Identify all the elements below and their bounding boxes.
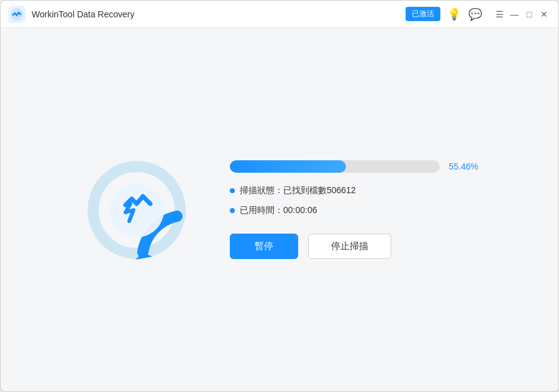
main-content: 55.46% 掃描狀態：已找到檔數506612 已用時間：00:00:06 暫停 (1, 28, 558, 391)
titlebar-actions: 已激活 💡 💬 ☰ — □ ✕ (406, 7, 551, 22)
app-title: WorkinTool Data Recovery (32, 9, 406, 19)
maximize-icon: □ (527, 9, 532, 19)
status-dot-2 (230, 208, 235, 213)
window-controls: ☰ — □ ✕ (493, 7, 551, 21)
maximize-button[interactable]: □ (522, 7, 536, 21)
svg-point-2 (109, 183, 164, 237)
menu-button[interactable]: ☰ (493, 7, 506, 21)
progress-section: 55.46% (230, 160, 478, 173)
scan-animation-icon (81, 154, 193, 266)
close-icon: ✕ (540, 9, 548, 19)
app-logo (8, 6, 25, 23)
status-dot-1 (230, 188, 235, 193)
menu-icon: ☰ (496, 9, 504, 19)
close-button[interactable]: ✕ (537, 7, 551, 21)
minimize-icon: — (510, 9, 519, 19)
status-info: 掃描狀態：已找到檔數506612 已用時間：00:00:06 (230, 185, 478, 216)
bulb-button[interactable]: 💡 (447, 7, 461, 22)
chat-button[interactable]: 💬 (468, 7, 483, 22)
button-row: 暫停 停止掃描 (230, 234, 478, 259)
progress-bar-container (230, 160, 440, 173)
app-window: WorkinTool Data Recovery 已激活 💡 💬 ☰ — □ (0, 0, 559, 392)
scan-time-item: 已用時間：00:00:06 (230, 205, 478, 216)
scan-status-text: 掃描狀態：已找到檔數506612 (240, 185, 356, 196)
activated-badge: 已激活 (406, 7, 440, 21)
scan-info: 55.46% 掃描狀態：已找到檔數506612 已用時間：00:00:06 暫停 (230, 160, 478, 259)
scan-time-text: 已用時間：00:00:06 (240, 205, 317, 216)
titlebar: WorkinTool Data Recovery 已激活 💡 💬 ☰ — □ (1, 1, 558, 28)
minimize-button[interactable]: — (507, 7, 521, 21)
scan-container: 55.46% 掃描狀態：已找到檔數506612 已用時間：00:00:06 暫停 (81, 154, 478, 266)
bulb-icon: 💡 (447, 7, 461, 21)
scan-status-item: 掃描狀態：已找到檔數506612 (230, 185, 478, 196)
pause-button[interactable]: 暫停 (230, 234, 298, 259)
progress-bar-fill (230, 160, 346, 173)
stop-button[interactable]: 停止掃描 (308, 234, 391, 259)
progress-text: 55.46% (447, 162, 478, 171)
chat-icon: 💬 (468, 7, 482, 21)
logo-area (81, 154, 193, 266)
